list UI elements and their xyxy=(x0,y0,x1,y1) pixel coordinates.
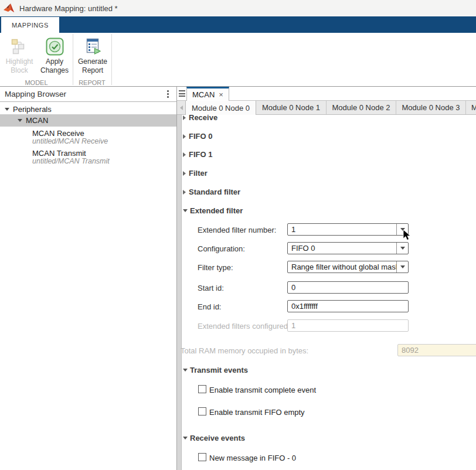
tab-scroll-left-button[interactable] xyxy=(177,101,185,114)
apply-changes-label: Apply Changes xyxy=(40,57,69,75)
start-id-label: Start id: xyxy=(198,284,224,292)
mapping-browser-header: Mapping Browser xyxy=(0,87,176,102)
extended-filter-number-label: Extended filter number: xyxy=(198,226,276,234)
window-title: Hardware Mapping: untitled * xyxy=(19,4,118,13)
configuration-combo[interactable]: FIFO 0 xyxy=(287,242,409,254)
node-tab-bar: Module 0 Node 0 Module 0 Node 1 Module 0… xyxy=(177,101,476,115)
toolbar-separator xyxy=(111,34,112,85)
matlab-logo-icon xyxy=(3,3,15,13)
end-id-label: End id: xyxy=(198,302,221,311)
section-extended-filter[interactable]: Extended filter xyxy=(183,206,243,215)
chevron-down-icon xyxy=(18,119,22,122)
tab-mappings[interactable]: MAPPINGS xyxy=(1,17,59,33)
splitter-bar[interactable] xyxy=(177,115,182,470)
new-message-fifo0-label: New message in FIFO - 0 xyxy=(209,454,296,462)
document-tab-mcan[interactable]: MCAN × xyxy=(186,87,229,101)
dropdown-button[interactable] xyxy=(396,224,408,235)
toolbar-separator xyxy=(73,34,73,85)
section-fifo1[interactable]: FIFO 1 xyxy=(183,150,212,159)
highlight-block-icon xyxy=(10,37,29,56)
section-filter[interactable]: Filter xyxy=(183,169,208,178)
filter-type-label: Filter type: xyxy=(198,263,233,272)
ribbon-tab-bar: MAPPINGS xyxy=(0,16,476,33)
generate-report-button[interactable]: Generate Report xyxy=(75,35,110,79)
tab-module0-node3[interactable]: Module 0 Node 3 xyxy=(396,101,466,114)
panel-menu-icon[interactable] xyxy=(164,90,172,99)
document-tab-bar: MCAN × xyxy=(177,87,476,101)
extended-filters-configured-label: Extended filters configured: xyxy=(198,322,290,331)
enable-transmit-fifo-empty-label: Enable transmit FIFO empty xyxy=(209,408,305,417)
apply-changes-icon xyxy=(45,37,64,56)
section-fifo0[interactable]: FIFO 0 xyxy=(183,132,212,141)
section-receive[interactable]: Receive xyxy=(183,113,217,122)
close-icon[interactable]: × xyxy=(219,91,223,98)
apply-changes-button[interactable]: Apply Changes xyxy=(38,35,72,79)
extended-filters-configured-field: 1 xyxy=(287,319,409,332)
chevron-right-icon xyxy=(183,152,186,157)
tab-module0-node2[interactable]: Module 0 Node 2 xyxy=(327,101,396,114)
chevron-left-icon xyxy=(180,105,183,110)
chevron-right-icon xyxy=(183,190,186,195)
highlight-block-button: Highlight Block xyxy=(2,35,36,79)
group-label-report: REPORT xyxy=(73,79,111,86)
chevron-right-icon xyxy=(183,115,186,120)
chevron-right-icon xyxy=(183,171,186,176)
enable-transmit-fifo-empty-checkbox[interactable] xyxy=(198,407,206,415)
tree-node-peripherals[interactable]: Peripherals xyxy=(5,103,52,115)
toolbar: Highlight Block Apply Changes MODEL xyxy=(0,33,476,87)
dropdown-button[interactable] xyxy=(396,243,408,254)
chevron-down-icon xyxy=(400,228,405,231)
title-bar: Hardware Mapping: untitled * xyxy=(0,0,476,16)
chevron-right-icon xyxy=(183,134,186,139)
end-id-input[interactable]: 0x1fffffff xyxy=(287,300,409,312)
generate-report-label: Generate Report xyxy=(78,57,107,75)
chevron-down-icon xyxy=(183,437,188,440)
document-bar-menu-icon[interactable] xyxy=(179,90,185,97)
tab-module0-node1[interactable]: Module 0 Node 1 xyxy=(256,101,327,114)
tree-node-mcan[interactable]: MCAN xyxy=(18,114,48,126)
mapping-browser-panel: Mapping Browser Peripherals MCAN MCAN Re… xyxy=(0,87,176,470)
dropdown-button[interactable] xyxy=(396,261,408,273)
generate-report-icon xyxy=(83,37,102,56)
section-receive-events[interactable]: Receive events xyxy=(183,434,245,442)
chevron-down-icon xyxy=(183,209,188,212)
section-standard-filter[interactable]: Standard filter xyxy=(183,188,240,196)
start-id-input[interactable]: 0 xyxy=(287,281,409,294)
chevron-down-icon xyxy=(5,108,9,111)
mapping-browser-title: Mapping Browser xyxy=(5,90,164,98)
section-transmit-events[interactable]: Transmit events xyxy=(183,366,248,374)
highlight-block-label: Highlight Block xyxy=(6,57,33,75)
extended-filter-number-combo[interactable]: 1 xyxy=(287,223,409,236)
tab-module1-partial[interactable]: M xyxy=(466,101,476,114)
new-message-fifo0-checkbox[interactable] xyxy=(198,453,206,461)
total-ram-label: Total RAM memory occupied in bytes: xyxy=(181,346,308,355)
chevron-down-icon xyxy=(400,247,405,250)
configuration-label: Configuration: xyxy=(198,244,245,253)
chevron-down-icon xyxy=(400,265,405,268)
total-ram-field: 8092 xyxy=(397,344,476,356)
group-label-model: MODEL xyxy=(0,79,73,86)
enable-transmit-complete-checkbox[interactable] xyxy=(198,385,206,393)
chevron-down-icon xyxy=(183,369,188,372)
filter-type-combo[interactable]: Range filter without global mask xyxy=(287,261,409,273)
enable-transmit-complete-label: Enable transmit complete event xyxy=(209,386,316,394)
